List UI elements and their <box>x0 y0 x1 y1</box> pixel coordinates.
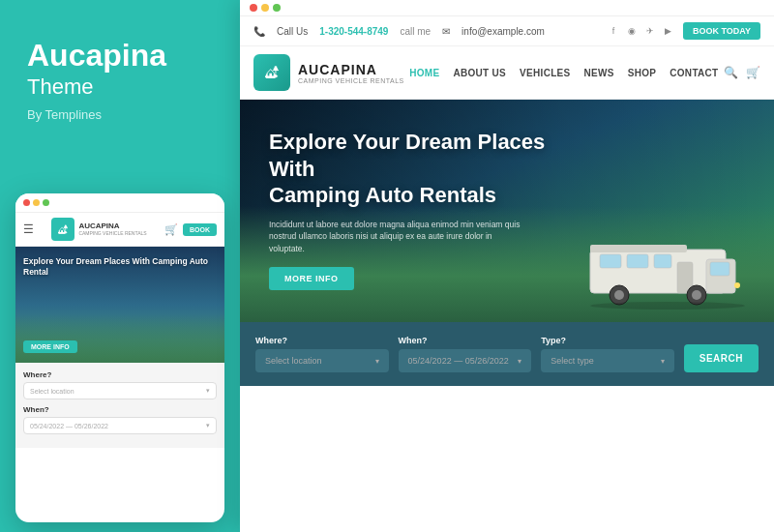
call-me-link[interactable]: call me <box>400 26 431 37</box>
type-input[interactable]: Select type ▾ <box>541 349 674 372</box>
green-browser-dot <box>273 4 281 12</box>
topbar-contact-info: 📞 Call Us 1-320-544-8749 call me ✉ info@… <box>253 26 545 37</box>
hero-content: Explore Your Dream Places WithCamping Au… <box>269 129 561 290</box>
nav-link-news[interactable]: NEWS <box>584 68 614 78</box>
email-address: info@example.com <box>461 26 545 37</box>
svg-rect-4 <box>654 254 671 268</box>
type-label: Type? <box>541 336 674 345</box>
chevron-down-icon: ▾ <box>206 387 210 395</box>
browser-dots <box>250 4 281 12</box>
cart-icon[interactable]: 🛒 <box>746 66 760 79</box>
brand-subtitle: Theme <box>27 74 93 100</box>
desktop-hero: Explore Your Dream Places WithCamping Au… <box>240 100 774 322</box>
email-icon: ✉ <box>442 26 450 37</box>
desktop-logo-text-area: AUCAPINA CAMPING VEHICLE RENTALS <box>298 62 404 84</box>
mobile-where-label: Where? <box>23 370 217 379</box>
social-links: f ◉ ✈ ▶ <box>607 24 675 38</box>
mobile-search-area: Where? Select location ▾ When? 05/24/202… <box>15 363 224 448</box>
red-dot <box>23 199 30 206</box>
where-field: Where? Select location ▾ <box>255 336 389 372</box>
nav-link-about[interactable]: ABOUT US <box>453 68 506 78</box>
red-browser-dot <box>250 4 257 12</box>
svg-point-13 <box>590 302 745 310</box>
hamburger-icon[interactable]: ☰ <box>23 222 34 236</box>
chevron-down-icon: ▾ <box>661 357 665 366</box>
desktop-search-bar: Where? Select location ▾ When? 05/24/202… <box>240 322 774 386</box>
book-today-button[interactable]: BOOK TODAY <box>683 22 760 40</box>
mobile-book-button[interactable]: BOOK <box>183 223 217 236</box>
brand-by: By Templines <box>27 107 102 122</box>
mobile-more-info-button[interactable]: MORE INFO <box>23 340 77 353</box>
facebook-icon[interactable]: f <box>607 24 620 38</box>
yellow-browser-dot <box>261 4 269 12</box>
desktop-mockup: 📞 Call Us 1-320-544-8749 call me ✉ info@… <box>240 0 774 532</box>
chevron-down-icon: ▾ <box>518 357 521 366</box>
youtube-icon[interactable]: ▶ <box>662 24 675 38</box>
chevron-down-icon: ▾ <box>206 422 210 429</box>
desktop-nav-links: HOME ABOUT US VEHICLES NEWS SHOP CONTACT <box>409 68 718 78</box>
mobile-mountain-bg <box>15 314 224 363</box>
mobile-when-label: When? <box>23 405 217 414</box>
mobile-logo-info: AUCAPINA CAMPING VEHICLE RENTALS <box>78 222 146 236</box>
green-dot <box>43 199 49 206</box>
when-label: When? <box>399 336 532 345</box>
call-us-label: Call Us <box>277 26 308 37</box>
svg-rect-2 <box>600 254 621 268</box>
where-label: Where? <box>255 336 389 345</box>
desktop-navbar: 🏕 AUCAPINA CAMPING VEHICLE RENTALS HOME … <box>240 46 774 100</box>
search-button[interactable]: SEARCH <box>684 344 759 372</box>
svg-rect-3 <box>627 254 648 268</box>
search-icon[interactable]: 🔍 <box>724 66 738 79</box>
mobile-location-select[interactable]: Select location ▾ <box>23 382 217 399</box>
mobile-dots <box>23 199 49 206</box>
nav-link-home[interactable]: HOME <box>409 68 439 78</box>
mobile-mockup: ☰ 🏕 AUCAPINA CAMPING VEHICLE RENTALS 🛒 B… <box>15 193 224 522</box>
mobile-hero: Explore Your Dream Places With Camping A… <box>15 247 224 363</box>
left-panel: Aucapina Theme By Templines ☰ 🏕 AUCAPINA… <box>0 0 240 532</box>
nav-link-vehicles[interactable]: VEHICLES <box>520 68 570 78</box>
nav-link-shop[interactable]: SHOP <box>628 68 657 78</box>
browser-chrome <box>240 0 774 16</box>
hero-description: Incididunt ut labore eut dolore magna al… <box>269 219 521 255</box>
where-input[interactable]: Select location ▾ <box>255 349 389 372</box>
mobile-logo-area: 🏕 AUCAPINA CAMPING VEHICLE RENTALS <box>51 218 146 241</box>
hero-more-info-button[interactable]: MORE INFO <box>269 267 354 290</box>
svg-rect-11 <box>710 262 729 276</box>
svg-point-12 <box>734 282 740 288</box>
mobile-date-select[interactable]: 05/24/2022 — 05/26/2022 ▾ <box>23 417 217 434</box>
mobile-logo-icon: 🏕 <box>51 218 74 241</box>
when-field: When? 05/24/2022 — 05/26/2022 ▾ <box>399 336 532 372</box>
svg-point-9 <box>692 290 701 300</box>
desktop-logo: 🏕 AUCAPINA CAMPING VEHICLE RENTALS <box>253 54 404 91</box>
nav-icons-right: 🔍 🛒 <box>724 66 760 79</box>
hero-title: Explore Your Dream Places WithCamping Au… <box>269 129 561 209</box>
instagram-icon[interactable]: ◉ <box>625 24 639 38</box>
mobile-hero-title: Explore Your Dream Places With Camping A… <box>23 256 217 278</box>
mobile-nav-icons: 🛒 BOOK <box>164 223 217 236</box>
svg-point-7 <box>614 290 624 300</box>
desktop-logo-icon: 🏕 <box>253 54 290 91</box>
yellow-dot <box>33 199 40 206</box>
desktop-topbar: 📞 Call Us 1-320-544-8749 call me ✉ info@… <box>240 16 774 46</box>
brand-title: Aucapina <box>27 39 166 73</box>
topbar-right: f ◉ ✈ ▶ BOOK TODAY <box>607 22 760 40</box>
nav-link-contact[interactable]: CONTACT <box>670 68 718 78</box>
phone-icon: 📞 <box>253 26 265 37</box>
rv-illustration <box>580 225 755 312</box>
when-input[interactable]: 05/24/2022 — 05/26/2022 ▾ <box>399 349 532 372</box>
cart-icon[interactable]: 🛒 <box>164 223 178 236</box>
svg-rect-1 <box>590 245 687 252</box>
type-field: Type? Select type ▾ <box>541 336 674 372</box>
chevron-down-icon: ▾ <box>375 357 379 366</box>
phone-number[interactable]: 1-320-544-8749 <box>319 26 388 37</box>
mobile-top-bar <box>15 193 224 213</box>
telegram-icon[interactable]: ✈ <box>643 24 657 38</box>
mobile-nav-bar: ☰ 🏕 AUCAPINA CAMPING VEHICLE RENTALS 🛒 B… <box>15 213 224 247</box>
